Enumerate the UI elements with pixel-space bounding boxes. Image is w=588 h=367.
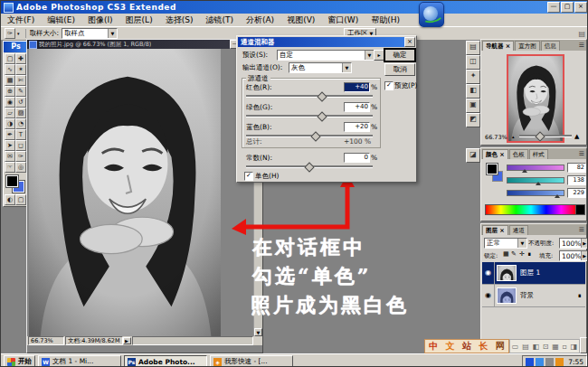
tool-eyedropper-button[interactable]: ✑ [15,151,26,162]
quick-mask-button[interactable]: ◐ [5,194,15,205]
status-options-arrow-icon[interactable]: ▶ [123,337,131,344]
tool-dropdown-arrow-icon[interactable]: ▾ [17,31,20,36]
minimize-button[interactable]: — [547,2,560,13]
resize-grip[interactable] [254,337,262,345]
tool-hand-button[interactable]: ☞ [5,162,15,173]
blue-channel-value[interactable]: +20 [344,122,370,132]
menu-edit[interactable]: 编辑(E) [41,14,81,26]
viewer-icon-2[interactable]: ▤ [522,343,529,351]
navigator-zoom-slider[interactable] [519,132,572,139]
dialog-title-bar[interactable]: 通道混和器 [238,37,415,47]
blend-mode-dropdown[interactable]: 正常 ▼ [484,238,527,249]
lock-transparency-icon[interactable]: ▦ [503,250,509,258]
slider-thumb[interactable] [522,169,527,173]
monochrome-checkbox[interactable]: ✓ [244,172,253,181]
chevron-down-icon[interactable]: ▼ [342,63,351,72]
menu-layer[interactable]: 图层(L) [119,14,159,26]
zoom-percent-field[interactable]: 66.73% [28,336,64,345]
tab-info[interactable]: 信息 [541,41,560,51]
viewer-icon-3[interactable]: ◧ [532,343,539,351]
lock-paint-icon[interactable]: ✎ [511,250,517,258]
tray-icon-1[interactable] [526,358,534,366]
background-name[interactable]: 背景 [520,291,534,300]
menu-analysis[interactable]: 分析(A) [240,14,280,26]
tool-dodge-button[interactable]: ◔ [15,118,26,129]
tool-pen-button[interactable]: ✒ [5,129,15,140]
chevron-down-icon[interactable]: ▼ [517,239,526,248]
tab-navigator[interactable]: 导航器 × [482,41,514,51]
black-color-chip[interactable] [575,204,585,215]
dock-panel-icon-7[interactable]: ◪ [466,148,480,163]
tool-slice-button[interactable]: ✄ [15,75,26,86]
menu-image[interactable]: 图像(I) [81,14,119,26]
tray-icon-3[interactable] [545,358,554,366]
tab-histogram[interactable]: 直方图 [515,41,540,51]
ok-button[interactable]: 确定 [384,49,415,61]
tab-layers[interactable]: 图层 × [482,225,508,235]
tab-swatches[interactable]: 色板 [509,149,528,159]
tool-eraser-button[interactable]: ▱ [5,108,15,118]
menu-help[interactable]: 帮助(H) [365,14,406,26]
zoom-in-mountain-icon[interactable]: ▲ [574,133,579,140]
tool-clone-stamp-button[interactable]: ◉ [5,97,15,108]
chevron-down-icon[interactable]: ▼ [365,51,374,60]
red-channel-value[interactable]: +40 [344,82,370,92]
preview-checkbox[interactable]: ✓ [384,81,394,90]
viewer-icon-4[interactable]: ⊡ [543,343,549,351]
output-channel-dropdown[interactable]: 灰色 ▼ [289,62,352,73]
tool-notes-button[interactable]: ✉ [5,151,15,162]
tool-brush-button[interactable]: ✎ [15,86,26,97]
zoom-out-mountain-icon[interactable]: ▴ [512,134,515,139]
layer-row-layer1[interactable]: ◉ 图层 1 [482,262,585,285]
panel-menu-icon[interactable]: ☰ [579,149,586,159]
toolbox-ps-logo[interactable]: Ps [4,42,28,52]
horizontal-scrollbar[interactable] [132,336,253,345]
app-title-bar[interactable]: Adobe Photoshop CS3 Extended — ▢ × [1,1,588,14]
navigator-proxy-view[interactable] [507,54,564,143]
chevron-down-icon[interactable]: ▼ [108,29,117,38]
cancel-button[interactable]: 取消 [384,63,415,76]
tool-path-selection-button[interactable]: ➤ [5,140,15,151]
dock-panel-icon-5[interactable]: ▣ [466,99,480,113]
dock-panel-icon-1[interactable]: ▤ [466,41,480,55]
tool-blur-button[interactable]: ◑ [5,118,15,129]
viewer-icon-7[interactable]: ◨ [571,343,578,351]
viewer-icon-5[interactable]: ▦ [552,343,559,351]
taskbar-item-word[interactable]: W 文档 1 - Mi... [38,355,121,367]
dialog-close-icon[interactable]: × [404,37,415,47]
globe-launcher-icon[interactable] [419,2,444,27]
eyedropper-tool-icon[interactable]: ✑ [5,28,15,39]
tray-icon-2[interactable] [536,358,544,366]
chevron-right-icon[interactable]: ▶ [581,251,587,260]
screen-mode-button[interactable]: ▢ [15,194,26,205]
tab-color[interactable]: 颜色 × [482,149,508,159]
foreground-color-swatch[interactable] [487,164,498,174]
slider-thumb[interactable] [555,194,560,198]
tool-rect-marquee-button[interactable]: ▢ [5,53,15,64]
panel-menu-icon[interactable]: ☰ [579,41,586,51]
tool-history-brush-button[interactable]: ↺ [15,97,26,108]
green-color-slider[interactable] [507,176,564,184]
start-button[interactable]: 开始 [4,355,35,367]
tool-gradient-button[interactable]: ▨ [15,108,26,118]
fill-field[interactable]: 100% ▶ [559,250,588,261]
tool-healing-brush-button[interactable]: ⊕ [5,86,15,97]
tool-move-button[interactable]: ✚ [15,53,26,64]
dock-panel-icon-6[interactable]: ◩ [466,113,480,127]
opacity-field[interactable]: 100% ▶ [559,238,588,249]
tool-zoom-button[interactable]: ◎ [15,162,26,173]
taskbar-item-viewer[interactable]: ◈ 我形快速 - [... [210,355,293,367]
layer-row-background[interactable]: ◉ 背景 ∎ [482,285,585,307]
navigator-zoom-value[interactable]: 66.73% [485,134,507,141]
menu-window[interactable]: 窗口(W) [321,14,365,26]
palette-well-icon[interactable]: ▤ [578,30,585,38]
slider-thumb[interactable] [536,182,541,185]
sample-size-dropdown[interactable]: 取样点 ▼ [62,28,118,39]
red-color-slider[interactable] [507,164,564,171]
blue-value-field[interactable]: 229 [567,188,586,198]
viewer-corner-button[interactable] [580,337,587,353]
color-spectrum-ramp[interactable] [485,204,577,215]
menu-file[interactable]: 文件(F) [1,14,41,26]
tool-lasso-button[interactable]: ∿ [5,64,15,75]
visibility-eye-icon[interactable]: ◉ [482,262,495,284]
